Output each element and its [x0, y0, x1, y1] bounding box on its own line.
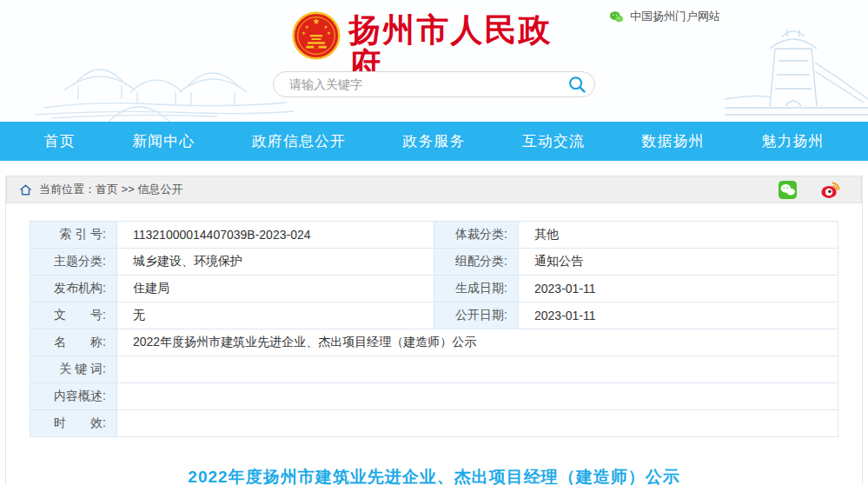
publish-date-value: 2023-01-11 [519, 302, 838, 329]
nav-item-news[interactable]: 新闻中心 [132, 131, 195, 151]
wechat-share-icon [778, 180, 798, 200]
article-title: 2022年度扬州市建筑业先进企业、杰出项目经理（建造师）公示 [6, 466, 862, 485]
table-row: 主题分类: 城乡建设、环境保护 组配分类: 通知公告 [30, 249, 838, 276]
share-icons [778, 180, 849, 200]
publish-date-label: 公开日期: [434, 302, 519, 329]
bridge-tower-sketch [725, 19, 868, 122]
weibo-share-icon [820, 180, 840, 200]
breadcrumb: 当前位置：首页 >> 信息公开 [39, 182, 182, 197]
nav-item-home[interactable]: 首页 [44, 131, 76, 151]
search-icon [567, 75, 586, 94]
validity-value [117, 410, 838, 437]
group-category-label: 组配分类: [434, 249, 519, 276]
nav-item-charm[interactable]: 魅力扬州 [761, 131, 824, 151]
svg-text:★: ★ [312, 17, 320, 26]
svg-text:★: ★ [323, 24, 328, 30]
validity-label: 时 效: [30, 410, 117, 437]
table-row: 名 称: 2022年度扬州市建筑业先进企业、杰出项目经理（建造师）公示 [30, 329, 838, 356]
keywords-label: 关 键 词: [30, 356, 117, 383]
index-number-label: 索 引 号: [30, 222, 117, 249]
main-nav: 首页 新闻中心 政府信息公开 政务服务 互动交流 数据扬州 魅力扬州 [0, 122, 868, 161]
keywords-value [117, 356, 838, 383]
portal-link-label: 中国扬州门户网站 [630, 9, 720, 24]
doc-number-value: 无 [117, 302, 434, 329]
site-header: 中国扬州门户网站 ★ ★ ★ ★ ★ 扬州市人民政府 WWW.YANGZHOU. [0, 0, 868, 122]
svg-text:★: ★ [304, 24, 308, 30]
index-number-value: 11321000014407039B-2023-024 [117, 222, 434, 249]
document-info-table: 索 引 号: 11321000014407039B-2023-024 体裁分类:… [30, 221, 838, 437]
doc-title-value: 2022年度扬州市建筑业先进企业、杰出项目经理（建造师）公示 [117, 329, 838, 356]
table-row: 发布机构: 住建局 生成日期: 2023-01-11 [30, 276, 838, 302]
theme-category-value: 城乡建设、环境保护 [117, 249, 434, 276]
generated-date-label: 生成日期: [434, 276, 519, 302]
table-row: 文 号: 无 公开日期: 2023-01-11 [30, 302, 838, 329]
nav-item-data[interactable]: 数据扬州 [642, 131, 705, 151]
wechat-share-button[interactable] [778, 180, 798, 200]
publisher-value: 住建局 [117, 276, 434, 302]
page: 中国扬州门户网站 ★ ★ ★ ★ ★ 扬州市人民政府 WWW.YANGZHOU. [0, 0, 868, 485]
pavilion-bridge-sketch [26, 35, 295, 122]
breadcrumb-bar: 当前位置：首页 >> 信息公开 [6, 176, 862, 203]
svg-text:★: ★ [327, 30, 331, 36]
doc-number-label: 文 号: [30, 302, 117, 329]
summary-value [117, 383, 838, 410]
genre-category-value: 其他 [519, 222, 838, 249]
weibo-share-button[interactable] [820, 180, 840, 200]
svg-text:★: ★ [301, 30, 306, 36]
doc-title-label: 名 称: [30, 329, 117, 356]
table-row: 内容概述: [30, 383, 838, 410]
search-input[interactable] [289, 72, 550, 96]
national-emblem-icon: ★ ★ ★ ★ ★ [291, 10, 341, 61]
group-category-value: 通知公告 [519, 249, 838, 276]
table-row: 时 效: [30, 410, 838, 437]
content-box: 当前位置：首页 >> 信息公开 [5, 176, 863, 485]
search-button[interactable] [567, 75, 587, 96]
nav-item-services[interactable]: 政务服务 [402, 131, 465, 151]
theme-category-label: 主题分类: [30, 249, 117, 276]
table-row: 索 引 号: 11321000014407039B-2023-024 体裁分类:… [30, 222, 838, 249]
wechat-icon [609, 10, 624, 24]
genre-category-label: 体裁分类: [434, 222, 519, 249]
portal-link[interactable]: 中国扬州门户网站 [609, 9, 720, 24]
table-row: 关 键 词: [30, 356, 838, 383]
generated-date-value: 2023-01-11 [519, 276, 838, 302]
nav-item-interaction[interactable]: 互动交流 [522, 131, 585, 151]
home-icon [19, 183, 32, 196]
publisher-label: 发布机构: [30, 276, 117, 302]
summary-label: 内容概述: [30, 383, 117, 410]
search-bar [273, 71, 595, 97]
nav-item-gov-info[interactable]: 政府信息公开 [252, 131, 346, 151]
